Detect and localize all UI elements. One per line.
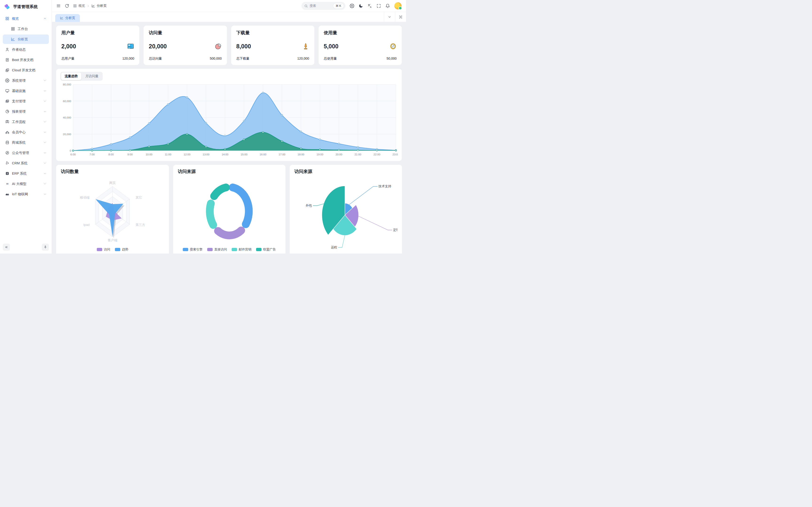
chart-icon <box>60 16 63 20</box>
svg-text:7:00: 7:00 <box>90 153 95 156</box>
collapse-icon <box>4 245 8 249</box>
sidebar-item-label: 分析页 <box>18 37 28 42</box>
store-icon <box>5 140 9 145</box>
sidebar-item-cloud-doc[interactable]: Cloud 开发文档 <box>3 65 49 75</box>
content-fullscreen-button[interactable] <box>395 12 406 22</box>
play-icon <box>5 161 9 165</box>
donut-chart <box>178 176 281 247</box>
svg-text:9:00: 9:00 <box>128 153 133 156</box>
svg-text:网页: 网页 <box>109 181 116 185</box>
breadcrumb-analysis[interactable]: 分析页 <box>91 4 107 8</box>
sidebar-item-pay[interactable]: 支付管理 <box>3 97 49 106</box>
svg-text:文: 文 <box>368 4 370 6</box>
sidebar-item-crm[interactable]: CRM 系统 <box>3 158 49 168</box>
legend-item-直接访问[interactable]: 直接访问 <box>207 247 227 251</box>
svg-text:远程: 远程 <box>331 245 337 249</box>
dark-mode-toggle[interactable] <box>359 3 363 8</box>
svg-text:其它: 其它 <box>136 196 142 199</box>
burger-icon <box>56 3 61 8</box>
stat-value: 20,000 <box>149 43 166 50</box>
sidebar-item-infra[interactable]: 基础设施 <box>3 86 49 96</box>
chevron-icon <box>43 182 47 185</box>
logo-icon <box>4 3 11 10</box>
grid-icon <box>5 16 9 21</box>
svg-text:0: 0 <box>70 149 71 152</box>
tabs-dropdown-button[interactable] <box>384 12 395 22</box>
search-input[interactable]: 搜索 ⌘ K <box>301 2 345 10</box>
iot-icon <box>5 192 9 196</box>
sidebar-collapse-button[interactable] <box>3 244 10 251</box>
chevron-down-icon <box>388 15 392 19</box>
legend-item-邮件营销[interactable]: 邮件营销 <box>232 247 251 251</box>
svg-text:A: A <box>370 6 371 8</box>
legend-label: 邮件营销 <box>239 247 251 251</box>
donut-legend: 搜索引擎直接访问邮件营销联盟广告 <box>178 247 281 251</box>
sidebar-item-erp[interactable]: ERP 系统 <box>3 169 49 178</box>
rose-card: 访问来源 技术支持定制远程外包 <box>290 165 402 253</box>
svg-text:外包: 外包 <box>306 204 312 207</box>
refresh-button[interactable] <box>65 3 69 8</box>
avatar[interactable] <box>394 2 402 10</box>
svg-text:17:00: 17:00 <box>278 153 286 156</box>
sidebar-item-mp[interactable]: 公众号管理 <box>3 148 49 158</box>
stat-total-value: 120,000 <box>297 57 309 61</box>
sidebar-item-analysis[interactable]: 分析页 <box>3 35 49 44</box>
sidebar: 芋道管理系统 概览工作台分析页作者动态Boot 开发文档Cloud 开发文档系统… <box>0 0 52 253</box>
svg-text:8:00: 8:00 <box>108 153 113 156</box>
svg-text:10:00: 10:00 <box>146 153 152 156</box>
trend-tabs: 流量趋势月访问量 <box>60 72 103 81</box>
stat-value: 8,000 <box>236 43 251 50</box>
chevron-icon <box>43 100 47 103</box>
fullscreen-button[interactable] <box>376 3 381 8</box>
svg-text:21:00: 21:00 <box>355 153 361 156</box>
bike-icon <box>5 130 9 134</box>
chevron-icon <box>43 130 47 134</box>
legend-item-趋势[interactable]: 趋势 <box>115 247 128 251</box>
sidebar-item-report[interactable]: 报表管理 <box>3 107 49 116</box>
sidebar-item-system[interactable]: 系统管理 <box>3 76 49 85</box>
legend-item-搜索引擎[interactable]: 搜索引擎 <box>183 247 203 251</box>
traffic-trend-card: 流量趋势月访问量 020,00040,00060,00080,0006:007:… <box>56 69 402 161</box>
search-placeholder: 搜索 <box>310 4 316 8</box>
trend-tab-0[interactable]: 流量趋势 <box>61 72 81 80</box>
breadcrumb-label: 概览 <box>79 4 85 8</box>
legend-item-联盟广告[interactable]: 联盟广告 <box>256 247 276 251</box>
sidebar-item-iot[interactable]: IoT 物联网 <box>3 189 49 199</box>
svg-text:11:00: 11:00 <box>165 153 171 156</box>
tab-analysis[interactable]: 分析页 <box>55 14 80 22</box>
chevron-icon <box>43 110 47 113</box>
tab-actions <box>384 12 406 22</box>
sidebar-item-overview[interactable]: 概览 <box>3 14 49 23</box>
sidebar-pin-button[interactable] <box>42 244 49 251</box>
legend-label: 直接访问 <box>214 247 227 251</box>
radar-legend: 访问趋势 <box>61 247 164 251</box>
tabbar: 分析页 <box>52 12 406 22</box>
sidebar-item-boot-doc[interactable]: Boot 开发文档 <box>3 55 49 64</box>
sidebar-item-workbench[interactable]: 工作台 <box>3 24 49 34</box>
sidebar-item-ai[interactable]: AIAI 大模型 <box>3 179 49 188</box>
svg-text:22:00: 22:00 <box>373 153 380 156</box>
sidebar-item-member[interactable]: 会员中心 <box>3 127 49 137</box>
sidebar-item-mall[interactable]: 商城系统 <box>3 138 49 147</box>
gear-icon <box>5 78 9 82</box>
sidebar-item-workflow[interactable]: 工作流程 <box>3 117 49 126</box>
breadcrumb-overview[interactable]: 概览 <box>73 4 85 8</box>
search-icon <box>304 4 308 8</box>
sidebar-item-label: 概览 <box>12 16 19 21</box>
stat-total-value: 50,000 <box>387 57 397 61</box>
chevron-right-icon <box>87 4 90 7</box>
monitor-icon <box>5 89 9 93</box>
pie-icon <box>5 109 9 114</box>
legend-item-访问[interactable]: 访问 <box>97 247 110 251</box>
topbar: 概览 分析页 搜索 ⌘ K 文A <box>52 0 406 12</box>
notifications-button[interactable] <box>385 3 390 8</box>
grid-icon <box>11 27 15 31</box>
language-button[interactable]: 文A <box>367 3 372 8</box>
trend-tab-1[interactable]: 月访问量 <box>82 72 102 80</box>
sidebar-item-author[interactable]: 作者动态 <box>3 45 49 54</box>
settings-button[interactable] <box>350 3 354 8</box>
svg-text:19:00: 19:00 <box>316 153 323 156</box>
logo[interactable]: 芋道管理系统 <box>0 0 52 12</box>
hamburger-menu-button[interactable] <box>56 3 61 8</box>
traffic-trend-chart: 020,00040,00060,00080,0006:007:008:009:0… <box>60 81 398 160</box>
